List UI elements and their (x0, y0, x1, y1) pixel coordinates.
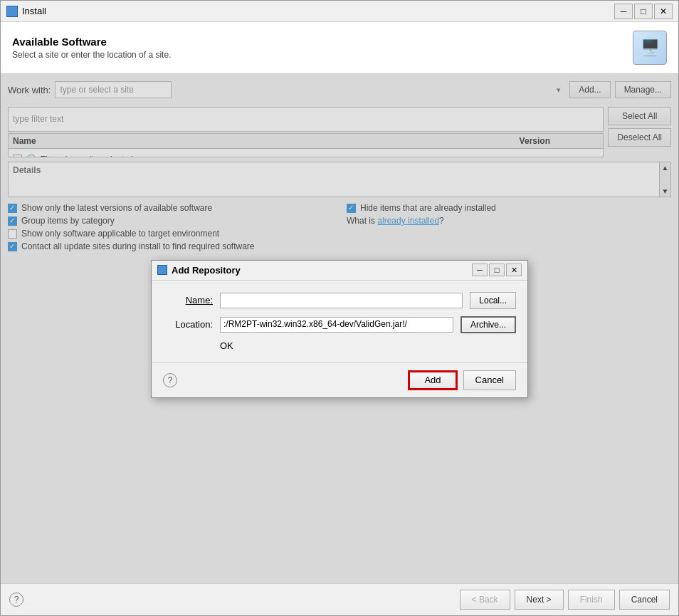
dialog-cancel-button[interactable]: Cancel (463, 370, 516, 390)
location-value: :/RM2PT-win32.win32.x86_64-dev/ValidGen.… (220, 317, 453, 333)
bottom-buttons: < Back Next > Finish Cancel (460, 590, 670, 610)
archive-button[interactable]: Archive... (460, 316, 516, 333)
close-button[interactable]: ✕ (654, 4, 673, 19)
dialog-minimize-button[interactable]: ─ (472, 263, 488, 276)
software-icon: 🖥️ (633, 31, 667, 65)
bottom-bar: ? < Back Next > Finish Cancel (1, 583, 678, 615)
name-label: Name: (163, 295, 213, 306)
back-button[interactable]: < Back (460, 590, 510, 610)
dialog-maximize-button[interactable]: □ (489, 263, 505, 276)
location-label: Location: (163, 319, 213, 330)
title-bar-controls: ─ □ ✕ (614, 4, 673, 19)
page-title: Available Software (12, 36, 171, 48)
bottom-left: ? (9, 592, 23, 607)
dialog-footer-left: ? (163, 373, 177, 387)
dialog-body: Name: Local... Location: :/RM2PT-win32.w… (152, 281, 527, 362)
title-bar: Install ─ □ ✕ (1, 1, 678, 22)
dialog-title-controls: ─ □ ✕ (472, 263, 522, 276)
dialog-add-button[interactable]: Add (408, 370, 457, 390)
next-button[interactable]: Next > (515, 590, 564, 610)
page-subtitle: Select a site or enter the location of a… (12, 50, 171, 60)
dialog-location-row: Location: :/RM2PT-win32.win32.x86_64-dev… (163, 316, 516, 333)
header-text: Available Software Select a site or ente… (12, 36, 171, 60)
title-bar-left: Install (6, 6, 46, 17)
dialog-name-row: Name: Local... (163, 292, 516, 309)
dialog-close-button[interactable]: ✕ (506, 263, 522, 276)
window-title: Install (22, 6, 46, 16)
dialog-title-left: Add Repository (157, 265, 241, 276)
window-icon (6, 6, 18, 17)
ok-text: OK (220, 340, 233, 351)
dialog-ok-row: OK (163, 340, 516, 351)
modal-overlay: Add Repository ─ □ ✕ Name: Local... (1, 74, 678, 583)
dialog-title-bar: Add Repository ─ □ ✕ (152, 261, 527, 281)
add-repository-dialog: Add Repository ─ □ ✕ Name: Local... (151, 260, 528, 398)
dialog-help-icon[interactable]: ? (163, 373, 177, 387)
help-icon[interactable]: ? (9, 592, 23, 607)
main-window: Install ─ □ ✕ Available Software Select … (0, 0, 679, 616)
local-button[interactable]: Local... (470, 292, 516, 309)
header-section: Available Software Select a site or ente… (1, 22, 678, 74)
finish-button[interactable]: Finish (568, 590, 615, 610)
dialog-footer: ? Add Cancel (152, 362, 527, 397)
maximize-button[interactable]: □ (634, 4, 653, 19)
dialog-footer-right: Add Cancel (408, 370, 516, 390)
cancel-button[interactable]: Cancel (619, 590, 670, 610)
dialog-title: Add Repository (172, 265, 241, 276)
name-input[interactable] (220, 293, 463, 308)
minimize-button[interactable]: ─ (614, 4, 633, 19)
main-content: Work with: Add... Manage... Name Version (1, 74, 678, 583)
dialog-icon (157, 265, 167, 275)
